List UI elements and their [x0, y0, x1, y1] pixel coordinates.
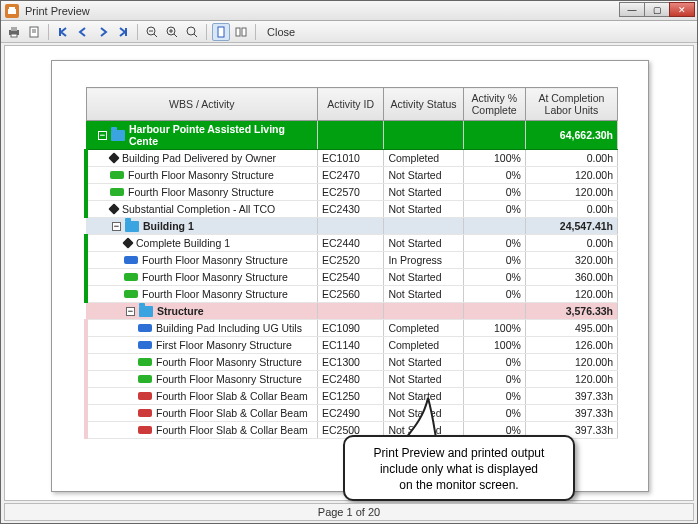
toggle-icon[interactable]: − — [98, 131, 107, 140]
activity-id: EC1140 — [317, 337, 383, 354]
last-page-icon[interactable] — [114, 23, 132, 41]
activity-name: Building Pad Delivered by Owner — [122, 152, 276, 164]
activity-labor: 24,547.41h — [525, 218, 617, 235]
activity-labor: 320.00h — [525, 252, 617, 269]
svg-rect-4 — [11, 34, 17, 37]
activity-labor: 3,576.33h — [525, 303, 617, 320]
activity-labor: 397.33h — [525, 388, 617, 405]
activity-id: EC2430 — [317, 201, 383, 218]
print-preview-window: Print Preview — ▢ ✕ Close — [0, 0, 698, 524]
task-bar-red-icon — [138, 409, 152, 417]
activity-id: EC1090 — [317, 320, 383, 337]
activity-pct: 0% — [463, 269, 525, 286]
separator — [137, 24, 138, 40]
activity-status: Not Started — [384, 201, 463, 218]
activity-id: EC2540 — [317, 269, 383, 286]
callout-line: include only what is displayed — [351, 461, 567, 477]
activity-name: Fourth Floor Masonry Structure — [128, 169, 274, 181]
zoom-in-icon[interactable] — [163, 23, 181, 41]
toggle-icon[interactable]: − — [126, 307, 135, 316]
activity-status: In Progress — [384, 252, 463, 269]
activity-labor: 360.00h — [525, 269, 617, 286]
activity-status: Not Started — [384, 354, 463, 371]
single-page-icon[interactable] — [212, 23, 230, 41]
activity-labor: 120.00h — [525, 371, 617, 388]
activity-status: Completed — [384, 320, 463, 337]
activity-status: Not Started — [384, 371, 463, 388]
prev-page-icon[interactable] — [74, 23, 92, 41]
activity-table: WBS / Activity Activity ID Activity Stat… — [84, 87, 618, 439]
table-row: Fourth Floor Slab & Collar BeamEC2490Not… — [86, 405, 618, 422]
print-icon[interactable] — [5, 23, 23, 41]
activity-name: Complete Building 1 — [136, 237, 230, 249]
zoom-out-icon[interactable] — [143, 23, 161, 41]
first-page-icon[interactable] — [54, 23, 72, 41]
activity-name: Fourth Floor Masonry Structure — [142, 254, 288, 266]
table-row: Fourth Floor Masonry StructureEC2470Not … — [86, 167, 618, 184]
activity-pct: 0% — [463, 388, 525, 405]
activity-id: EC2570 — [317, 184, 383, 201]
page-indicator: Page 1 of 20 — [318, 506, 380, 518]
task-bar-green-icon — [138, 358, 152, 366]
activity-labor: 120.00h — [525, 167, 617, 184]
svg-rect-18 — [236, 28, 240, 36]
col-wbs: WBS / Activity — [86, 88, 317, 121]
table-row: Fourth Floor Masonry StructureEC2560Not … — [86, 286, 618, 303]
svg-rect-19 — [242, 28, 246, 36]
col-pct: Activity % Complete — [463, 88, 525, 121]
activity-labor: 120.00h — [525, 354, 617, 371]
milestone-icon — [108, 203, 119, 214]
activity-pct: 0% — [463, 252, 525, 269]
zoom-select-icon[interactable] — [183, 23, 201, 41]
folder-icon — [125, 221, 139, 232]
activity-status: Not Started — [384, 167, 463, 184]
toggle-icon[interactable]: − — [112, 222, 121, 231]
multi-page-icon[interactable] — [232, 23, 250, 41]
col-labor: At Completion Labor Units — [525, 88, 617, 121]
activity-name: Building 1 — [143, 220, 194, 232]
folder-icon — [139, 306, 153, 317]
page-paper: WBS / Activity Activity ID Activity Stat… — [51, 60, 649, 492]
svg-line-9 — [154, 34, 157, 37]
activity-status: Completed — [384, 150, 463, 167]
activity-pct: 100% — [463, 320, 525, 337]
activity-labor: 126.00h — [525, 337, 617, 354]
task-bar-red-icon — [138, 392, 152, 400]
activity-pct: 0% — [463, 405, 525, 422]
activity-pct: 0% — [463, 184, 525, 201]
activity-status: Not Started — [384, 184, 463, 201]
table-row: Fourth Floor Masonry StructureEC2520In P… — [86, 252, 618, 269]
activity-status — [384, 303, 463, 320]
close-button[interactable]: Close — [267, 26, 295, 38]
activity-id — [317, 121, 383, 150]
window-controls: — ▢ ✕ — [620, 2, 695, 17]
next-page-icon[interactable] — [94, 23, 112, 41]
window-title: Print Preview — [25, 5, 90, 17]
activity-id: EC2520 — [317, 252, 383, 269]
maximize-button[interactable]: ▢ — [644, 2, 670, 17]
table-row: Fourth Floor Masonry StructureEC1300Not … — [86, 354, 618, 371]
activity-id: EC2490 — [317, 405, 383, 422]
close-window-button[interactable]: ✕ — [669, 2, 695, 17]
activity-labor: 397.33h — [525, 405, 617, 422]
milestone-icon — [108, 152, 119, 163]
activity-pct: 0% — [463, 354, 525, 371]
separator — [255, 24, 256, 40]
activity-name: Fourth Floor Masonry Structure — [142, 288, 288, 300]
table-row: −Structure3,576.33h — [86, 303, 618, 320]
folder-icon — [111, 130, 125, 141]
table-row: Building Pad Including UG UtilsEC1090Com… — [86, 320, 618, 337]
app-icon — [5, 4, 19, 18]
minimize-button[interactable]: — — [619, 2, 645, 17]
activity-id: EC2470 — [317, 167, 383, 184]
svg-rect-1 — [9, 7, 15, 10]
svg-point-15 — [187, 27, 195, 35]
activity-status: Not Started — [384, 286, 463, 303]
callout-line: on the monitor screen. — [351, 477, 567, 493]
separator — [48, 24, 49, 40]
table-row: Fourth Floor Masonry StructureEC2570Not … — [86, 184, 618, 201]
activity-id: EC1250 — [317, 388, 383, 405]
page-setup-icon[interactable] — [25, 23, 43, 41]
table-row: Building Pad Delivered by OwnerEC1010Com… — [86, 150, 618, 167]
preview-area: WBS / Activity Activity ID Activity Stat… — [4, 45, 694, 501]
